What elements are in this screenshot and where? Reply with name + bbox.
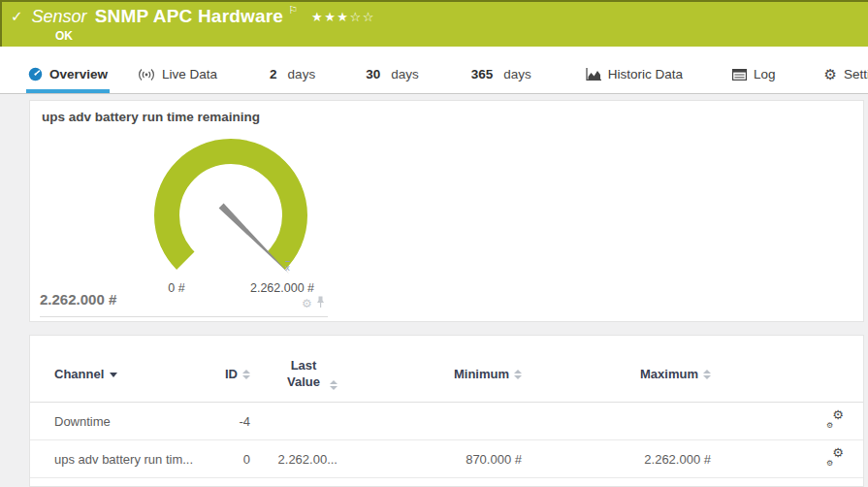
channel-row-battery-runtime[interactable]: ups adv battery run tim... 0 2.262.00...… <box>30 440 863 478</box>
channel-maximum: 2.262.000 # <box>530 440 719 478</box>
column-label: ID <box>225 367 238 381</box>
gauge-channel-title: ups adv battery run time remaining <box>42 110 260 124</box>
gauge-scale-min: 0 # <box>147 281 206 295</box>
tab-label: Live Data <box>162 67 217 81</box>
gauge-scale-max: 2.262.000 # <box>224 281 340 295</box>
sort-icon[interactable] <box>703 370 711 379</box>
priority-stars[interactable]: ★★★☆☆ <box>311 10 375 24</box>
battery-runtime-gauge <box>108 126 350 291</box>
channel-maximum <box>530 403 719 440</box>
column-header-id[interactable]: ID <box>214 351 258 403</box>
tab-label: Log <box>754 67 776 81</box>
overview-gauge-panel: ups adv battery run time remaining x 0 #… <box>29 100 864 322</box>
stars-filled[interactable]: ★★★ <box>311 10 349 24</box>
priority-flag-icon[interactable]: ⚐ <box>288 4 298 16</box>
tab-2-days[interactable]: 2 days <box>268 67 317 93</box>
channel-name[interactable]: Downtime <box>30 403 214 440</box>
tab-day-count: 365 <box>471 67 494 81</box>
tab-day-count: 2 <box>270 67 277 81</box>
channel-id: 0 <box>214 440 258 478</box>
gauge-tile-divider <box>40 316 328 317</box>
mean-marker: x <box>285 262 290 273</box>
object-kind-label: Sensor <box>32 7 87 27</box>
sort-icon[interactable] <box>514 370 522 379</box>
sort-icon[interactable] <box>242 370 250 379</box>
stars-empty[interactable]: ☆☆ <box>349 10 374 24</box>
channel-row-downtime[interactable]: Downtime -4 ⚙⚙ <box>30 403 863 440</box>
tab-day-count: 30 <box>366 67 380 81</box>
tab-overview[interactable]: Overview <box>26 67 110 93</box>
tab-log[interactable]: Log <box>730 67 778 93</box>
gear-icon: ⚙ <box>824 68 837 81</box>
gear-icon[interactable]: ⚙ <box>302 298 312 309</box>
channel-minimum: 870.000 # <box>345 440 530 478</box>
channel-settings-gears-icon[interactable]: ⚙⚙ <box>826 412 844 427</box>
column-header-last-value[interactable]: Last Value <box>258 351 345 403</box>
table-header-row: Channel ID Last Value Minimum Maximum <box>30 351 863 403</box>
channel-minimum <box>345 403 530 440</box>
broadcast-icon <box>138 68 155 81</box>
column-label: Minimum <box>454 367 509 381</box>
channel-last-value <box>258 403 345 440</box>
column-label: Channel <box>54 367 104 381</box>
tab-30-days[interactable]: 30 days <box>364 67 421 93</box>
tab-label: days <box>503 67 531 81</box>
sort-icon[interactable] <box>330 380 338 390</box>
channel-table-panel: Channel ID Last Value Minimum Maximum Do… <box>29 335 864 487</box>
column-label: Last Value <box>282 357 325 390</box>
log-icon <box>732 69 747 81</box>
tab-365-days[interactable]: 365 days <box>469 67 533 93</box>
tab-live-data[interactable]: Live Data <box>136 67 219 93</box>
tab-settings[interactable]: ⚙ Settings <box>822 67 868 93</box>
tab-historic-data[interactable]: Historic Data <box>584 67 685 93</box>
channel-settings-gears-icon[interactable]: ⚙⚙ <box>826 450 844 465</box>
sort-desc-icon[interactable] <box>110 373 117 377</box>
column-label: Maximum <box>640 367 698 381</box>
channel-name[interactable]: ups adv battery run tim... <box>30 440 214 478</box>
ok-check-icon: ✓ <box>11 8 23 25</box>
pin-icon[interactable] <box>316 295 325 312</box>
column-header-channel[interactable]: Channel <box>30 351 214 403</box>
tab-label: Historic Data <box>608 67 683 81</box>
sensor-title: SNMP APC Hardware <box>95 6 284 27</box>
tab-label: Settings <box>844 67 868 81</box>
gauge-arc <box>167 151 295 261</box>
area-chart-icon <box>586 68 601 81</box>
channel-last-value: 2.262.00... <box>258 440 345 478</box>
tab-label: days <box>391 67 419 81</box>
sensor-status-header: ✓ Sensor SNMP APC Hardware ⚐ ★★★☆☆ OK <box>0 0 868 47</box>
column-header-minimum[interactable]: Minimum <box>345 351 530 403</box>
sensor-tab-bar: Overview Live Data 2 days 30 days 365 da… <box>0 47 868 94</box>
sensor-status-text: OK <box>55 29 73 43</box>
gauge-widget-actions: ⚙ <box>302 295 325 312</box>
gauge-icon <box>28 67 43 81</box>
tab-label: Overview <box>49 67 108 81</box>
tab-label: days <box>288 67 316 81</box>
column-header-maximum[interactable]: Maximum <box>530 351 719 403</box>
column-header-actions <box>719 351 863 403</box>
channel-table: Channel ID Last Value Minimum Maximum Do… <box>30 351 863 478</box>
gauge-primary-value: 2.262.000 # <box>40 291 116 308</box>
channel-id: -4 <box>214 403 258 440</box>
